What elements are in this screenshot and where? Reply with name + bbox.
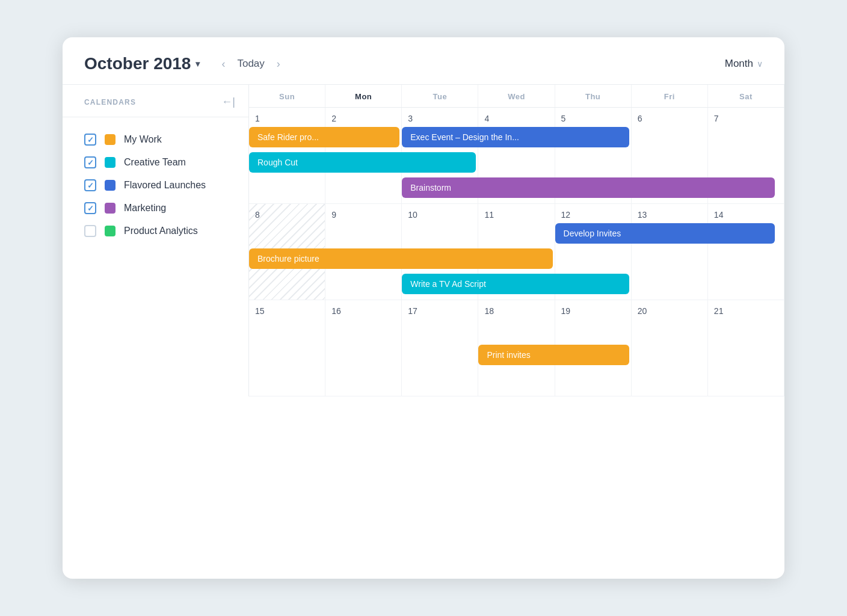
day-number-2: 2 (331, 114, 396, 123)
day-number-15: 15 (255, 306, 320, 316)
color-dot-product-analytics (105, 226, 116, 236)
day-header-sun: Sun (249, 85, 325, 107)
week-row-0: 1234567Safe Rider pro...Exec Event – Des… (249, 108, 784, 204)
day-number-8: 8 (255, 210, 320, 220)
day-number-7: 7 (714, 114, 779, 123)
calendar-name-flavored-launches: Flavored Launches (124, 180, 206, 191)
calendar-name-creative-team: Creative Team (124, 157, 186, 168)
day-number-11: 11 (484, 210, 549, 220)
day-cell-13: 13 (632, 204, 708, 300)
day-header-tue: Tue (402, 85, 478, 107)
day-number-17: 17 (408, 306, 473, 316)
week-row-2: 15161718192021Print invites (249, 300, 784, 396)
day-number-10: 10 (408, 210, 473, 220)
view-chevron-icon: ∨ (757, 59, 763, 69)
month-label: October 2018 (84, 54, 191, 73)
day-number-13: 13 (638, 210, 703, 220)
view-label: Month (725, 58, 753, 70)
day-number-1: 1 (255, 114, 320, 123)
sidebar-item-product-analytics[interactable]: Product Analytics (84, 220, 235, 242)
calendar-name-my-work: My Work (124, 134, 162, 145)
sidebar-item-my-work[interactable]: My Work (84, 128, 235, 151)
event-safe-rider[interactable]: Safe Rider pro... (249, 127, 399, 147)
day-cell-14: 14 (708, 204, 784, 300)
day-number-18: 18 (484, 306, 549, 316)
event-develop-invites[interactable]: Develop Invites (555, 223, 775, 244)
day-header-fri: Fri (632, 85, 708, 107)
day-number-16: 16 (331, 306, 396, 316)
day-header-mon: Mon (325, 85, 402, 107)
sidebar-item-marketing[interactable]: Marketing (84, 197, 235, 220)
day-number-5: 5 (561, 114, 626, 123)
checkbox-my-work[interactable] (84, 134, 96, 146)
checkbox-creative-team[interactable] (84, 156, 96, 168)
calendar-name-product-analytics: Product Analytics (124, 226, 198, 236)
calendar-body: CALENDARS ←| My WorkCreative TeamFlavore… (63, 85, 784, 396)
prev-button[interactable]: ‹ (217, 55, 230, 73)
sidebar-item-flavored-launches[interactable]: Flavored Launches (84, 174, 235, 197)
calendar-name-marketing: Marketing (124, 203, 166, 214)
day-number-3: 3 (408, 114, 473, 123)
checkbox-product-analytics[interactable] (84, 225, 96, 237)
day-number-12: 12 (561, 210, 626, 220)
nav-group: ‹ Today › (217, 55, 285, 73)
day-number-9: 9 (331, 210, 396, 220)
day-number-14: 14 (714, 210, 779, 220)
event-brainstorm[interactable]: Brainstorm (402, 177, 775, 198)
day-number-21: 21 (714, 306, 779, 316)
checkbox-flavored-launches[interactable] (84, 179, 96, 191)
calendar-header: October 2018 ▾ ‹ Today › Month ∨ (63, 37, 784, 85)
month-title[interactable]: October 2018 ▾ (84, 54, 200, 73)
week-row-1: 891011121314Develop InvitesBrochure pict… (249, 204, 784, 300)
color-dot-my-work (105, 134, 116, 145)
day-number-4: 4 (484, 114, 549, 123)
color-dot-marketing (105, 203, 116, 214)
color-dot-creative-team (105, 157, 116, 168)
today-button[interactable]: Today (232, 55, 269, 72)
sidebar-item-creative-team[interactable]: Creative Team (84, 151, 235, 174)
day-cell-21: 21 (708, 300, 784, 396)
day-header-thu: Thu (555, 85, 632, 107)
collapse-button[interactable]: ←| (221, 96, 235, 108)
day-header-wed: Wed (478, 85, 555, 107)
day-number-6: 6 (638, 114, 703, 123)
event-tv-ad-script[interactable]: Write a TV Ad Script (402, 274, 629, 294)
calendars-label: CALENDARS (84, 98, 136, 106)
calendar-container: October 2018 ▾ ‹ Today › Month ∨ CALENDA… (63, 37, 784, 579)
sidebar: CALENDARS ←| My WorkCreative TeamFlavore… (63, 85, 249, 396)
day-cell-16: 16 (325, 300, 402, 396)
day-cell-17: 17 (402, 300, 478, 396)
color-dot-flavored-launches (105, 180, 116, 191)
month-dropdown-arrow[interactable]: ▾ (196, 59, 200, 69)
event-print-invites[interactable]: Print invites (478, 345, 629, 365)
sidebar-header: CALENDARS ←| (63, 85, 248, 117)
event-brochure-picture[interactable]: Brochure picture (249, 248, 553, 269)
day-header-sat: Sat (708, 85, 784, 107)
day-cell-20: 20 (632, 300, 708, 396)
calendar-grid: 1234567Safe Rider pro...Exec Event – Des… (249, 108, 784, 396)
calendar-list: My WorkCreative TeamFlavored LaunchesMar… (63, 117, 248, 253)
view-toggle[interactable]: Month ∨ (725, 58, 763, 70)
day-cell-15: 15 (249, 300, 325, 396)
day-number-20: 20 (638, 306, 703, 316)
next-button[interactable]: › (272, 55, 285, 73)
event-exec-event[interactable]: Exec Event – Design the In... (402, 127, 629, 147)
event-rough-cut[interactable]: Rough Cut (249, 152, 476, 173)
checkbox-marketing[interactable] (84, 202, 96, 214)
day-headers: SunMonTueWedThuFriSat (249, 85, 784, 108)
grid-area: SunMonTueWedThuFriSat 1234567Safe Rider … (249, 85, 784, 396)
day-number-19: 19 (561, 306, 626, 316)
